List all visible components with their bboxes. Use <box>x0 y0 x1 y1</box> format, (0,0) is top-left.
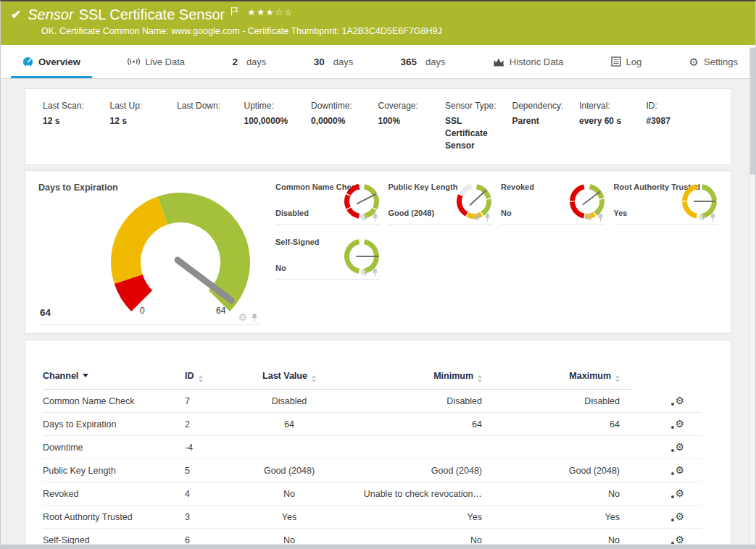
tab-label: Log <box>626 56 642 67</box>
tab-label: Live Data <box>145 56 185 67</box>
gauge-panel-icons: ⚙ <box>586 213 604 222</box>
days-to-expiration-gauge <box>102 187 259 329</box>
cell-channel: Public Key Length <box>43 466 185 476</box>
cell-minimum: Unable to check revocation… <box>333 489 482 499</box>
cell-last-value: Disabled <box>246 396 333 406</box>
channel-settings-icon[interactable]: ⚙ <box>675 465 684 475</box>
info-value: Parent <box>512 115 573 127</box>
tab-label: days <box>333 56 353 67</box>
gauge-pin-icon[interactable] <box>372 214 378 222</box>
gauge-needle <box>583 192 599 204</box>
info-value: 0,0000% <box>311 115 371 127</box>
cell-last-value: Good (2048) <box>246 466 333 476</box>
info-value: every 60 s <box>579 115 639 127</box>
gauge-pin-icon[interactable] <box>251 314 258 322</box>
column-header-channel[interactable]: Channel <box>43 371 185 382</box>
tab-live-data[interactable]: Live Data <box>116 45 196 78</box>
cell-minimum: 64 <box>333 419 482 429</box>
info-field-last-up: Last Up:12 s <box>110 101 178 151</box>
gauge-pin-icon[interactable] <box>710 214 716 222</box>
gauge-self-signed: Self-SignedNo⚙ <box>275 233 380 280</box>
column-header-id[interactable]: ID <box>185 371 246 382</box>
gauge-settings-gear-icon[interactable]: ⚙ <box>698 213 706 222</box>
info-field-interval: Interval:every 60 s <box>579 101 647 151</box>
gauge-current-value: 64 <box>40 307 51 318</box>
cell-actions: ⚙ <box>620 488 702 499</box>
cell-channel: Downtime <box>43 443 185 453</box>
cell-minimum: Yes <box>333 512 482 522</box>
flag-icon[interactable] <box>230 7 238 16</box>
info-value: 12 s <box>110 115 170 127</box>
channels-table-body: Common Name Check7DisabledDisabledDisabl… <box>43 390 713 549</box>
channels-table-card: ChannelIDLast ValueMinimumMaximum Common… <box>25 340 731 549</box>
tab-overview[interactable]: Overview <box>11 45 92 78</box>
tab-30-days[interactable]: 30days <box>302 45 365 78</box>
stars-filled: ★★★ <box>247 7 275 17</box>
table-row: Root Authority Trusted3YesYesYes⚙ <box>43 506 702 529</box>
vertical-scrollbar[interactable] <box>749 46 755 545</box>
gauge-settings-gear-icon[interactable]: ⚙ <box>473 213 481 222</box>
info-field-sensor-type: Sensor Type:SSL Certificate Sensor <box>445 101 512 151</box>
column-header-minimum[interactable]: Minimum <box>333 371 482 382</box>
channels-table-header: ChannelIDLast ValueMinimumMaximum <box>43 371 713 390</box>
channel-settings-icon[interactable]: ⚙ <box>675 511 684 521</box>
info-field-last-down: Last Down: <box>177 101 244 151</box>
gauge-settings-gear-icon[interactable]: ⚙ <box>586 213 594 222</box>
gauge-common-name-check: Common Name CheckDisabled⚙ <box>275 178 380 225</box>
channel-settings-icon[interactable]: ⚙ <box>675 395 684 406</box>
gear-icon: ⚙ <box>689 56 699 67</box>
cell-last-value: Yes <box>246 512 333 522</box>
tab-bar: OverviewLive Data2days30days365daysHisto… <box>1 45 755 79</box>
tab-historic-data[interactable]: Historic Data <box>481 45 575 78</box>
tab-365-days[interactable]: 365days <box>389 45 457 78</box>
column-header-actions <box>620 371 713 382</box>
cell-maximum: No <box>482 489 620 499</box>
horizontal-scrollbar[interactable] <box>1 544 755 549</box>
tab-label: Historic Data <box>510 56 563 67</box>
broadcast-icon <box>128 56 140 67</box>
channel-settings-icon[interactable]: ⚙ <box>675 442 684 452</box>
sort-desc-icon <box>83 374 88 377</box>
cell-last-value: 64 <box>246 419 333 429</box>
cell-last-value: No <box>246 489 333 499</box>
cell-channel: Revoked <box>43 489 185 499</box>
column-header-last-value[interactable]: Last Value <box>246 371 333 382</box>
info-label: Uptime: <box>244 101 304 111</box>
gauge-pin-icon[interactable] <box>484 214 491 222</box>
cell-maximum: 64 <box>482 419 620 429</box>
cell-id: 7 <box>185 396 246 406</box>
vertical-scrollbar-thumb[interactable] <box>750 48 755 175</box>
column-label: Minimum <box>433 371 473 381</box>
channel-settings-icon[interactable]: ⚙ <box>675 488 684 498</box>
gauge-settings-gear-icon[interactable]: ⚙ <box>360 268 368 277</box>
cell-id: 2 <box>185 419 246 429</box>
cell-actions: ⚙ <box>620 395 702 406</box>
cell-maximum: Disabled <box>482 396 620 406</box>
tab-2-days[interactable]: 2days <box>220 45 278 78</box>
info-field-coverage: Coverage:100% <box>378 101 446 151</box>
info-value: 12 s <box>43 115 103 127</box>
status-ok-check-icon: ✔ <box>11 7 21 22</box>
tab-label: days <box>425 56 445 67</box>
gauge-pin-icon[interactable] <box>372 269 378 277</box>
gauge-settings-gear-icon[interactable]: ⚙ <box>360 213 368 222</box>
tab-settings[interactable]: ⚙Settings <box>678 45 749 78</box>
channel-settings-icon[interactable]: ⚙ <box>675 419 684 429</box>
gauge-pin-icon[interactable] <box>597 214 604 222</box>
priority-stars[interactable]: ★★★☆☆ <box>247 7 294 17</box>
gauge-panel-icons: ⚙ <box>698 213 716 222</box>
gauge-settings-gear-icon[interactable]: ⚙ <box>238 312 247 322</box>
gauge-value: Disabled <box>275 209 309 217</box>
column-header-maximum[interactable]: Maximum <box>482 371 620 382</box>
info-label: Sensor Type: <box>445 101 505 111</box>
gauge-icon <box>22 56 33 67</box>
info-value: 100,0000% <box>244 115 304 127</box>
gauge-value: No <box>275 264 286 272</box>
tab-number: 30 <box>314 56 325 67</box>
column-label: ID <box>185 371 194 381</box>
gauge-value: Yes <box>614 209 628 217</box>
info-value: SSL Certificate Sensor <box>445 115 505 151</box>
info-value: #3987 <box>647 115 707 127</box>
sensor-info-bar: Last Scan:12 sLast Up:12 sLast Down:Upti… <box>25 88 731 165</box>
tab-log[interactable]: Log <box>599 45 654 78</box>
